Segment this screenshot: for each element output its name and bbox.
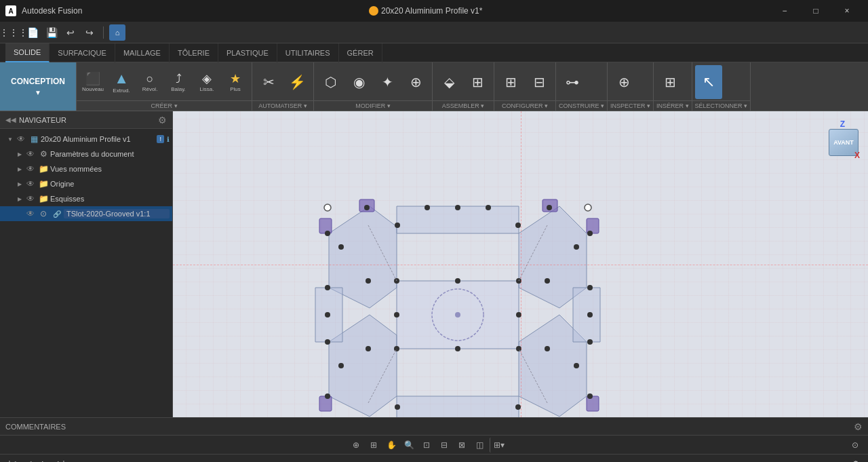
toolbar-group-inserer: ⊞ INSÉRER ▾: [654, 62, 692, 111]
expand-views-arrow[interactable]: ▶: [15, 164, 24, 174]
plane-button[interactable]: ⊶: [559, 65, 586, 99]
display-button[interactable]: ◫: [472, 438, 487, 453]
tab-gérer[interactable]: GÉRER: [339, 43, 382, 62]
eye-root-icon[interactable]: 👁: [16, 134, 26, 144]
conception-section[interactable]: CONCEPTION ▼: [0, 62, 77, 111]
comments-settings-icon[interactable]: ⚙: [854, 421, 863, 432]
navigator-title: ◀◀ NAVIGATEUR: [5, 116, 66, 124]
grid-menu-button[interactable]: ⋮⋮⋮: [5, 24, 22, 41]
sketches-label: Esquisses: [50, 195, 170, 203]
close-button[interactable]: ×: [831, 0, 863, 22]
svg-point-10: [455, 312, 460, 317]
axis-cube-label: AVANT: [833, 139, 854, 146]
grid-button[interactable]: ⊞▾: [490, 438, 505, 453]
file-button[interactable]: 📄: [24, 24, 41, 41]
root-label: 20x20 Aluminium Profile v1: [41, 135, 157, 143]
play-button[interactable]: ▶: [38, 457, 52, 463]
skip-start-button[interactable]: |◀: [5, 457, 19, 463]
eye-params-icon[interactable]: 👁: [26, 149, 35, 159]
select-icon: ↖: [703, 75, 715, 90]
viewport[interactable]: Z AVANT X: [173, 111, 868, 417]
extrude-button[interactable]: ▲ Extrud.: [108, 65, 135, 99]
fillet-icon: ◉: [353, 75, 365, 89]
insert-button[interactable]: ⊞: [656, 65, 684, 99]
sweep-button[interactable]: ⤴ Balay.: [165, 65, 192, 99]
doc-icon: [369, 6, 378, 16]
select-button[interactable]: ↖: [695, 65, 722, 99]
eye-origin-icon[interactable]: 👁: [26, 179, 35, 189]
step-back-button[interactable]: ◀: [22, 457, 35, 463]
svg-point-29: [325, 312, 330, 317]
chamfer-button[interactable]: ✦: [374, 65, 401, 99]
folder-icon-origin: 📁: [38, 178, 49, 189]
layout-button[interactable]: ⊞: [366, 438, 381, 453]
revolve-button[interactable]: ○ Révol.: [136, 65, 163, 99]
eye-tslot-icon[interactable]: 👁: [26, 209, 35, 218]
expand-tslot-arrow: ▶: [15, 209, 24, 218]
skip-end-button[interactable]: ⏭: [71, 457, 84, 463]
tab-maillage[interactable]: MAILLAGE: [115, 43, 170, 62]
timeline-settings-button[interactable]: ⚙: [849, 457, 863, 463]
redo-button[interactable]: ↪: [81, 24, 98, 41]
eye-sketches-icon[interactable]: 👁: [26, 194, 35, 204]
new-body-button[interactable]: ⬛ Nouveau: [79, 65, 106, 99]
more-creer-icon: ★: [230, 73, 241, 85]
tab-solide[interactable]: SOLIDE: [5, 43, 50, 62]
window-controls: − □ ×: [769, 0, 863, 22]
maximize-button[interactable]: □: [800, 0, 831, 22]
tab-utilitaires[interactable]: UTILITAIRES: [277, 43, 339, 62]
tree-item-root[interactable]: ▼ 👁 ▦ 20x20 Aluminium Profile v1 ! ℹ: [0, 132, 172, 147]
push-pull-button[interactable]: ⬡: [317, 65, 344, 99]
fit-button[interactable]: ⊡: [419, 438, 434, 453]
snap-button[interactable]: ⊕: [349, 438, 363, 453]
shell-button[interactable]: ⊕: [402, 65, 429, 99]
tslot-label: TSlot-2020-Grooved v1:1: [64, 209, 170, 218]
save-button[interactable]: 💾: [43, 24, 60, 41]
undo-button[interactable]: ↩: [62, 24, 79, 41]
settings-button[interactable]: ⊙: [848, 438, 863, 453]
view-mode-button[interactable]: ⊠: [454, 438, 469, 453]
svg-point-21: [425, 205, 430, 210]
svg-point-41: [395, 404, 400, 410]
tab-surfacique[interactable]: SURFACIQUE: [50, 43, 115, 62]
navigator-settings-icon[interactable]: ⚙: [158, 115, 167, 126]
expand-root-arrow[interactable]: ▼: [5, 134, 15, 144]
expand-params-arrow[interactable]: ▶: [15, 149, 24, 159]
minimize-button[interactable]: −: [769, 0, 800, 22]
config1-button[interactable]: ⊞: [497, 65, 524, 99]
views-label: Vues nommées: [50, 165, 170, 173]
config2-button[interactable]: ⊟: [526, 65, 553, 99]
auto2-button[interactable]: ⚡: [283, 65, 311, 99]
collapse-icon[interactable]: ◀◀: [5, 116, 16, 123]
zoom-button[interactable]: 🔍: [401, 438, 416, 453]
tree-item-sketches[interactable]: ▶ 👁 📁 Esquisses: [0, 191, 172, 206]
home-button[interactable]: ⌂: [109, 24, 125, 41]
tree-item-tslot[interactable]: ▶ 👁 ⊙ 🔗 TSlot-2020-Grooved v1:1: [0, 206, 172, 221]
tree-item-params[interactable]: ▶ 👁 ⚙ Paramètres du document: [0, 147, 172, 161]
expand-sketches-arrow[interactable]: ▶: [15, 194, 24, 204]
fillet-button[interactable]: ◉: [345, 65, 372, 99]
loft-button[interactable]: ◈ Lissa.: [193, 65, 220, 99]
tree-item-origin[interactable]: ▶ 👁 📁 Origine: [0, 176, 172, 191]
selectionner-tools: ↖: [692, 62, 751, 99]
svg-point-58: [545, 346, 550, 351]
tab-plastique[interactable]: PLASTIQUE: [218, 43, 277, 62]
expand-origin-arrow[interactable]: ▶: [15, 179, 24, 189]
extrude-icon: ▲: [114, 71, 129, 86]
rigid-group-button[interactable]: ⊞: [464, 65, 491, 99]
measure-button[interactable]: ⊕: [610, 65, 637, 99]
svg-point-39: [587, 393, 593, 399]
step-forward-button[interactable]: ▶|: [54, 457, 68, 463]
title-bar: A Autodesk Fusion 20x20 Aluminium Profil…: [0, 0, 868, 22]
pan-button[interactable]: ✋: [384, 438, 399, 453]
auto1-button[interactable]: ✂: [255, 65, 282, 99]
svg-rect-14: [587, 218, 599, 233]
toolbar: CONCEPTION ▼ ⬛ Nouveau ▲ Extrud. ○ Révol…: [0, 62, 868, 111]
joint-button[interactable]: ⬙: [435, 65, 462, 99]
more-creer-button[interactable]: ★ Plus: [222, 65, 249, 99]
tree-item-views[interactable]: ▶ 👁 📁 Vues nommées: [0, 161, 172, 176]
separator: [103, 26, 104, 39]
zoom-out-button[interactable]: ⊟: [437, 438, 452, 453]
eye-views-icon[interactable]: 👁: [26, 164, 35, 174]
tab-tôlerie[interactable]: TÔLERIE: [170, 43, 218, 62]
